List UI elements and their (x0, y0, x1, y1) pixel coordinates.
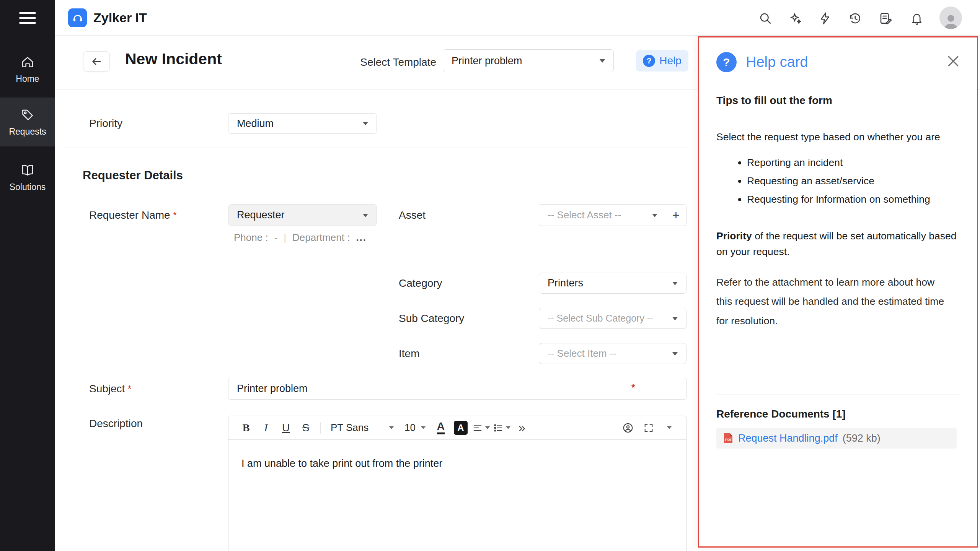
section-divider (65, 255, 686, 255)
requester-name-label-text: Requester Name (89, 209, 170, 221)
item-select[interactable]: -- Select Item -- (539, 343, 686, 364)
phone-value: - (274, 232, 278, 244)
tips-heading: Tips to fill out the form (716, 94, 960, 107)
sidebar: Home Requests Solutions (0, 36, 55, 551)
subject-input[interactable] (228, 378, 686, 400)
category-select[interactable]: Printers (539, 273, 686, 294)
panel-divider (716, 395, 960, 395)
reference-documents-heading: Reference Documents [1] (716, 408, 960, 420)
header-divider (624, 54, 624, 69)
svg-text:PDF: PDF (725, 438, 732, 442)
toolbar-collapse-button[interactable] (661, 419, 678, 437)
solutions-icon (20, 163, 35, 177)
italic-button[interactable]: I (258, 419, 274, 437)
department-value[interactable]: ... (356, 232, 367, 244)
search-icon[interactable] (757, 10, 774, 27)
avatar[interactable] (939, 7, 962, 29)
add-asset-button[interactable]: + (666, 204, 686, 226)
sidebar-item-home[interactable]: Home (0, 51, 55, 88)
priority-note: Priority of the request will be set auto… (716, 228, 960, 260)
requester-select-value: Requester (237, 209, 285, 221)
history-icon[interactable] (846, 10, 864, 27)
app-name: Zylker IT (93, 0, 147, 36)
align-button[interactable] (472, 419, 490, 437)
back-arrow-icon (91, 56, 102, 67)
subcategory-select[interactable]: -- Select Sub Category -- (539, 308, 686, 329)
asset-select[interactable]: -- Select Asset -- (539, 204, 666, 226)
sidebar-item-label: Requests (9, 127, 46, 137)
align-left-icon (472, 423, 483, 433)
strikethrough-button[interactable]: S (297, 419, 314, 437)
description-editor: B I U S PT Sans 10 A A » (228, 416, 686, 551)
asset-select-placeholder: -- Select Asset -- (548, 209, 621, 221)
more-formatting-button[interactable]: » (514, 419, 530, 437)
priority-select-value: Medium (237, 118, 274, 130)
template-select-value: Printer problem (452, 55, 522, 67)
document-size: (592 kb) (843, 432, 881, 444)
editor-toolbar: B I U S PT Sans 10 A A » (228, 416, 686, 440)
text-color-button[interactable]: A (432, 419, 449, 437)
sidebar-item-solutions[interactable]: Solutions (0, 156, 55, 198)
font-family-select[interactable]: PT Sans (327, 419, 398, 437)
attachment-note: Refer to the attachment to learn more ab… (716, 273, 946, 330)
description-input[interactable]: I am unable to take print out from the p… (228, 440, 686, 551)
help-card-panel: ? Help card Tips to fill out the form Se… (698, 36, 978, 548)
requester-details-heading: Requester Details (83, 169, 183, 182)
menu-icon[interactable] (19, 12, 36, 24)
category-select-value: Printers (548, 277, 583, 289)
requester-name-label: Requester Name* (89, 204, 177, 226)
template-select[interactable]: Printer problem (443, 49, 614, 72)
document-link[interactable]: Request Handling.pdf (738, 432, 838, 444)
requester-meta: Phone : - | Department : ... (234, 232, 367, 244)
tips-bullet-list: Reporting an incident Requesting an asse… (716, 157, 960, 205)
subcategory-label: Sub Category (399, 308, 464, 329)
tips-bullet: Requesting an asset/service (747, 175, 960, 187)
subject-required-indicator: * (631, 382, 635, 393)
quick-actions-icon[interactable] (816, 10, 834, 27)
required-asterisk: * (127, 383, 131, 395)
category-label: Category (399, 273, 442, 294)
meta-separator: | (284, 232, 286, 244)
font-size-select[interactable]: 10 (401, 419, 429, 437)
help-card-header: ? Help card (716, 52, 960, 72)
requests-icon (20, 107, 35, 122)
notifications-icon[interactable] (908, 10, 926, 27)
priority-note-rest: of the request will be set automatically… (716, 230, 957, 257)
tips-bullet: Requesting for Information on something (747, 193, 960, 205)
plus-icon: + (672, 208, 680, 223)
tips-bullet: Reporting an incident (747, 157, 960, 169)
chevron-down-icon (389, 426, 394, 429)
page-title: New Incident (125, 50, 222, 68)
list-button[interactable] (493, 419, 510, 437)
background-color-icon: A (454, 421, 468, 435)
mention-button[interactable] (620, 419, 636, 437)
whats-new-icon[interactable] (786, 10, 804, 27)
app-logo[interactable] (68, 8, 87, 27)
description-label: Description (89, 418, 143, 430)
topbar: Zylker IT (0, 0, 980, 36)
department-label: Department : (292, 232, 350, 244)
font-size-value: 10 (404, 422, 416, 434)
requester-select[interactable]: Requester (228, 204, 377, 226)
sidebar-item-label: Home (16, 74, 39, 84)
reference-document-row[interactable]: PDF Request Handling.pdf (592 kb) (716, 428, 957, 449)
fullscreen-button[interactable] (640, 419, 657, 437)
chevron-down-icon (485, 426, 490, 429)
priority-select[interactable]: Medium (228, 113, 377, 134)
fullscreen-icon (643, 423, 654, 433)
sidebar-corner (0, 0, 55, 36)
help-button[interactable]: ? Help (636, 50, 688, 72)
background-color-button[interactable]: A (452, 419, 469, 437)
underline-button[interactable]: U (277, 419, 294, 437)
back-button[interactable] (83, 51, 110, 72)
priority-label: Priority (89, 113, 122, 134)
pdf-icon: PDF (723, 432, 733, 444)
close-icon[interactable] (946, 54, 961, 69)
priority-note-bold: Priority (716, 230, 752, 242)
bold-button[interactable]: B (238, 419, 254, 437)
mention-user-icon (622, 422, 634, 434)
sidebar-item-requests[interactable]: Requests (0, 98, 55, 146)
help-card-title: Help card (746, 54, 808, 70)
phone-label: Phone : (234, 232, 268, 244)
feedback-icon[interactable] (877, 10, 894, 27)
